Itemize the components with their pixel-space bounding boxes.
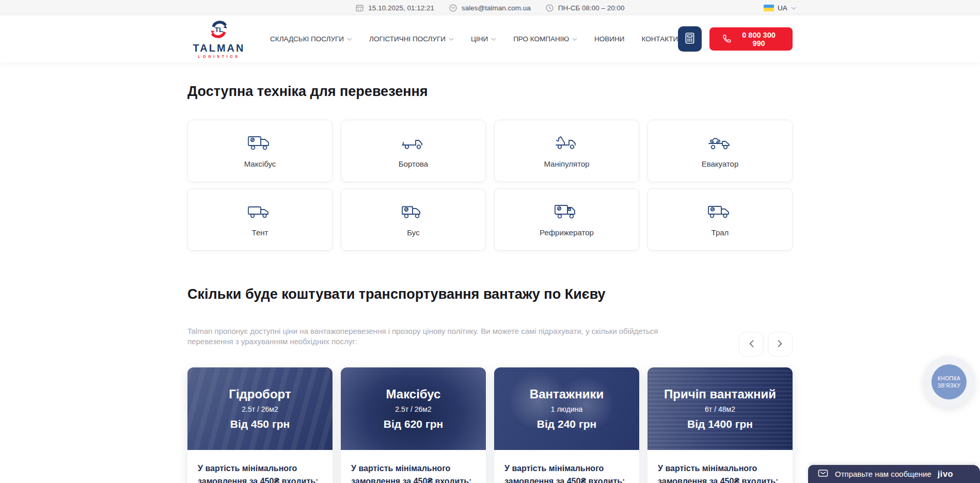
carousel-controls	[739, 332, 793, 357]
phone-call-button[interactable]: 0 800 300 990	[709, 27, 793, 51]
vehicle-card-bus[interactable]: Бус	[341, 188, 486, 251]
phone-icon	[721, 34, 731, 45]
vehicle-grid: Максібус Бортова Маніпулято	[187, 120, 793, 251]
price-card-photo: Максібус 2.5т / 26м2 Від 620 грн	[341, 367, 486, 450]
vehicle-label: Бус	[407, 228, 419, 237]
vehicle-label: Максібус	[244, 159, 276, 168]
chevron-left-icon	[748, 340, 754, 349]
topbar: 15.10.2025, 01:12:21 sales@talman.com.ua…	[0, 0, 980, 15]
pricing-section: Скільки буде коштувати транспортування в…	[187, 285, 793, 483]
logo-emblem-icon: TL	[207, 19, 231, 42]
svg-text:TL: TL	[215, 26, 223, 34]
calculator-button[interactable]	[678, 26, 702, 52]
crane-truck-icon	[554, 134, 580, 153]
price-card-spec: 2.5т / 26м2	[395, 405, 432, 413]
nav-item-contacts[interactable]: КОНТАКТИ	[642, 35, 678, 43]
ukraine-flag-icon	[764, 5, 774, 11]
calendar-icon	[355, 4, 364, 12]
vehicle-card-tent[interactable]: Тент	[187, 188, 333, 251]
nav-item-about-company[interactable]: ПРО КОМПАНІЮ	[513, 35, 577, 43]
nav-item-prices[interactable]: ЦІНИ	[471, 35, 496, 43]
price-card-price: Від 620 грн	[384, 418, 443, 430]
topbar-email[interactable]: sales@talman.com.ua	[449, 4, 531, 12]
callback-widget-button[interactable]: КНОПКА ЗВ'ЯЗКУ	[923, 356, 975, 408]
trailer-truck-icon	[707, 203, 734, 221]
callback-line1: КНОПКА	[938, 375, 960, 382]
price-card-spec: 1 людина	[551, 405, 583, 413]
price-card-note: У вартість мінімального замовлення за 45…	[341, 450, 486, 483]
chat-message-text: Отправьте нам сообщение	[835, 470, 931, 478]
price-card-photo: Вантажники 1 людина Від 240 грн	[494, 367, 639, 450]
price-card-title: Максібус	[386, 387, 441, 401]
vehicle-card-tral[interactable]: Трал	[647, 188, 793, 251]
vehicle-card-manipulator[interactable]: Маніпулятор	[494, 120, 639, 182]
price-card-photo: Гідроборт 2.5т / 26м2 Від 450 грн	[187, 367, 333, 450]
nav-item-logistics-services[interactable]: ЛОГІСТИЧНІ ПОСЛУГИ	[369, 35, 454, 43]
vehicle-card-maxibus[interactable]: Максібус	[187, 120, 333, 182]
price-card-carousel: Гідроборт 2.5т / 26м2 Від 450 грн У варт…	[187, 367, 793, 483]
nav-label: ПРО КОМПАНІЮ	[513, 35, 569, 43]
vehicle-card-evacuator[interactable]: Евакуатор	[647, 120, 793, 182]
vehicle-label: Трал	[712, 228, 729, 237]
price-card-loaders[interactable]: Вантажники 1 людина Від 240 грн У вартіс…	[494, 367, 639, 483]
main-nav: СКЛАДСЬКІ ПОСЛУГИ ЛОГІСТИЧНІ ПОСЛУГИ ЦІН…	[270, 35, 678, 43]
nav-label: ЛОГІСТИЧНІ ПОСЛУГИ	[369, 35, 446, 43]
talman-logo[interactable]: TL TALMAN LOGISTICS	[187, 19, 250, 59]
price-card-cargo-trailer[interactable]: Причіп вантажний 6т / 48м2 Від 1400 грн …	[647, 367, 793, 483]
nav-label: ЦІНИ	[471, 35, 488, 43]
tent-truck-icon	[247, 203, 274, 221]
nav-item-news[interactable]: НОВИНИ	[594, 35, 624, 43]
vehicles-section: Доступна техніка для перевезення Максібу…	[187, 62, 793, 251]
datetime-text: 15.10.2025, 01:12:21	[368, 4, 434, 12]
price-card-price: Від 450 грн	[230, 418, 290, 430]
price-card-spec: 6т / 48м2	[705, 405, 735, 413]
chevron-down-icon	[572, 37, 577, 41]
chevron-down-icon	[347, 37, 352, 41]
price-card-title: Причіп вантажний	[664, 387, 776, 401]
nav-label: СКЛАДСЬКІ ПОСЛУГИ	[270, 35, 344, 43]
price-card-note: У вартість мінімального замовлення за 45…	[187, 450, 333, 483]
price-card-price: Від 1400 грн	[687, 418, 753, 430]
price-card-title: Вантажники	[530, 387, 604, 401]
logo-tagline: LOGISTICS	[198, 54, 240, 59]
carousel-next-button[interactable]	[768, 332, 793, 357]
callback-line2: ЗВ'ЯЗКУ	[938, 382, 960, 389]
chat-envelope-icon	[817, 469, 829, 480]
chevron-down-icon	[449, 37, 454, 41]
vehicle-label: Тент	[252, 228, 268, 237]
price-card-title: Гідроборт	[229, 387, 291, 401]
callback-widget-label: КНОПКА ЗВ'ЯЗКУ	[931, 364, 967, 399]
jivo-chat-bar[interactable]: Отправьте нам сообщение jivo	[808, 465, 980, 483]
language-selector[interactable]: UA	[764, 0, 796, 15]
envelope-icon	[449, 4, 457, 12]
nav-label: НОВИНИ	[594, 35, 624, 43]
flatbed-truck-icon	[400, 134, 427, 153]
carousel-prev-button[interactable]	[739, 332, 764, 357]
price-card-photo: Причіп вантажний 6т / 48м2 Від 1400 грн	[647, 367, 793, 450]
pricing-description: Talman пропонує доступні ціни на вантажо…	[187, 326, 683, 347]
logo-wordmark: TALMAN	[193, 43, 245, 53]
price-card-spec: 2.5т / 26м2	[242, 405, 278, 413]
vehicle-label: Маніпулятор	[544, 159, 589, 168]
email-text: sales@talman.com.ua	[462, 4, 531, 12]
calculator-icon	[683, 31, 697, 46]
price-card-price: Від 240 грн	[537, 418, 596, 430]
language-code: UA	[778, 4, 787, 12]
chevron-down-icon	[791, 4, 796, 12]
vehicle-card-refrigerator[interactable]: Рефрижератор	[494, 188, 639, 251]
pricing-section-title: Скільки буде коштувати транспортування в…	[187, 285, 793, 303]
tow-truck-icon	[707, 134, 734, 153]
vehicle-label: Рефрижератор	[540, 228, 594, 237]
chevron-down-icon	[491, 37, 496, 41]
topbar-datetime: 15.10.2025, 01:12:21	[355, 4, 434, 12]
vehicle-label: Бортова	[399, 159, 428, 168]
header: TL TALMAN LOGISTICS СКЛАДСЬКІ ПОСЛУГИ ЛО…	[0, 15, 980, 62]
price-card-note: У вартість мінімального замовлення за 45…	[647, 450, 793, 483]
clock-icon	[545, 4, 554, 12]
nav-item-warehouse-services[interactable]: СКЛАДСЬКІ ПОСЛУГИ	[270, 35, 352, 43]
price-card-maxibus[interactable]: Максібус 2.5т / 26м2 Від 620 грн У варті…	[341, 367, 486, 483]
price-card-hydroboard[interactable]: Гідроборт 2.5т / 26м2 Від 450 грн У варт…	[187, 367, 333, 483]
vehicle-label: Евакуатор	[702, 159, 739, 168]
vehicle-card-bortova[interactable]: Бортова	[341, 120, 486, 182]
nav-label: КОНТАКТИ	[642, 35, 678, 43]
